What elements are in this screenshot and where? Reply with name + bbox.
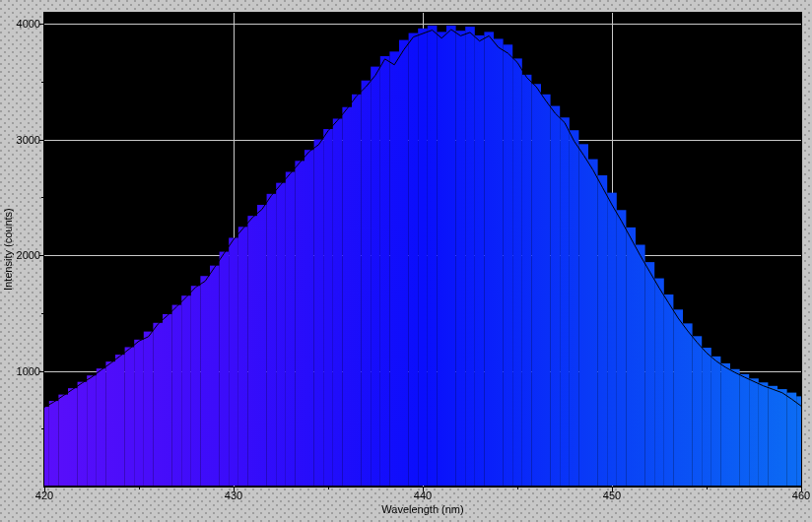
x-tick-label: 440	[414, 489, 432, 501]
x-tick-label: 450	[603, 489, 621, 501]
spectrum-chart-canvas	[0, 0, 812, 522]
spectrometer-chart-window: Intensity (counts) Wavelength (nm) 10002…	[0, 0, 812, 522]
x-tick-label: 430	[225, 489, 242, 501]
x-tick-label: 460	[792, 489, 810, 501]
y-tick-label: 2000	[0, 249, 40, 261]
y-tick-label: 3000	[0, 134, 40, 146]
x-axis-title: Wavelength (nm)	[44, 503, 801, 515]
y-tick-label: 1000	[0, 365, 40, 377]
x-tick-label: 420	[35, 489, 53, 501]
y-tick-label: 4000	[0, 18, 40, 30]
